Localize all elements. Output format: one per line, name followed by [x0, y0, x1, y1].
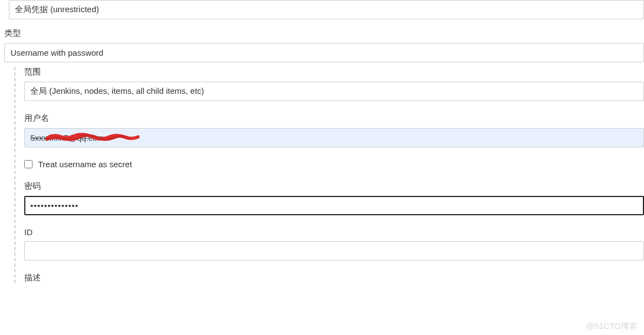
type-select[interactable]: [4, 43, 644, 62]
type-section: 类型 范围 用户名 5xxxxxxx7@qq.com Treat usernam…: [0, 28, 644, 283]
description-label: 描述: [24, 273, 644, 283]
username-group: 用户名 5xxxxxxx7@qq.com: [24, 113, 644, 147]
type-label: 类型: [4, 28, 644, 39]
username-input[interactable]: 5xxxxxxx7@qq.com: [24, 128, 644, 147]
scope-select[interactable]: [24, 82, 644, 101]
treat-username-secret-checkbox[interactable]: [24, 160, 33, 168]
username-value-redacted: 5xxxxxxx7@qq.com: [30, 133, 104, 142]
treat-secret-row: Treat username as secret: [24, 159, 644, 169]
password-group: 密码: [24, 181, 644, 215]
id-input[interactable]: [24, 241, 644, 260]
watermark-text: @51CTO博客: [586, 321, 637, 332]
username-label: 用户名: [24, 113, 644, 124]
password-input[interactable]: [24, 196, 644, 215]
treat-username-secret-label[interactable]: Treat username as secret: [38, 159, 132, 169]
domain-section: [0, 0, 644, 19]
domain-select[interactable]: [9, 0, 644, 19]
scope-group: 范围: [24, 67, 644, 101]
password-label: 密码: [24, 181, 644, 192]
id-group: ID: [24, 227, 644, 260]
description-group: 描述: [24, 273, 644, 283]
credential-details-block: 范围 用户名 5xxxxxxx7@qq.com Treat username a…: [14, 67, 644, 283]
scope-label: 范围: [24, 67, 644, 77]
id-label: ID: [24, 227, 644, 237]
